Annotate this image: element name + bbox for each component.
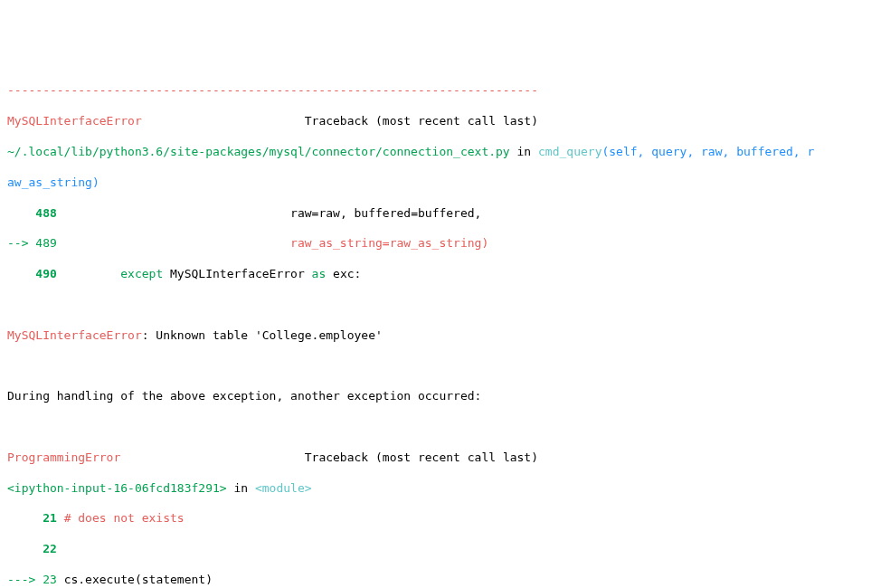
frame-func: <module> — [255, 481, 312, 495]
code-text: ) — [481, 236, 488, 250]
frame-sig: (self, query, raw, buffered, r — [601, 145, 814, 158]
lineno: 490 — [7, 267, 64, 280]
code-text: : — [355, 267, 362, 280]
lineno: 22 — [7, 542, 64, 555]
during-handling-text: During handling of the above exception, … — [7, 389, 481, 403]
error-class-name: ProgrammingError — [7, 450, 120, 464]
lineno: 489 — [35, 236, 63, 250]
code-text — [326, 267, 333, 280]
separator-line: ----------------------------------------… — [7, 83, 538, 97]
code-text — [305, 267, 312, 280]
code-pad — [64, 236, 290, 250]
code-text: , — [340, 206, 355, 220]
code-text: raw_as_string — [390, 236, 482, 250]
code-text: raw — [290, 206, 311, 220]
code-text: ( — [135, 573, 142, 586]
lineno: 21 — [7, 511, 64, 525]
code-text: = — [383, 236, 390, 250]
comment: # does not exists — [64, 511, 185, 525]
code-text: raw — [318, 206, 339, 220]
code-text: MySQLInterfaceError — [170, 267, 305, 280]
code-text: , — [475, 206, 482, 220]
frame-path: ~/.local/lib/python3.6/site-packages/mys… — [7, 145, 510, 158]
error-class-name: MySQLInterfaceError — [7, 114, 142, 128]
traceback-label: Traceback (most recent call last) — [305, 450, 538, 464]
frame-func: cmd_query — [538, 145, 601, 158]
code-text: statement — [142, 573, 205, 586]
code-text: raw_as_string — [290, 236, 383, 250]
keyword: except — [120, 267, 163, 280]
code-text — [163, 267, 170, 280]
keyword: as — [312, 267, 327, 280]
code-pad — [64, 206, 290, 220]
code-text: buffered — [418, 206, 475, 220]
traceback-output: ----------------------------------------… — [7, 69, 883, 588]
code-text: execute — [85, 573, 135, 586]
arrow: --> — [7, 236, 35, 250]
traceback-label: Traceback (most recent call last) — [305, 114, 538, 128]
code-text: cs — [64, 573, 79, 586]
code-text: buffered — [355, 206, 412, 220]
lineno: 488 — [7, 206, 64, 220]
code-text: ) — [205, 573, 213, 586]
code-text: exc — [333, 267, 354, 280]
error-message-text: : Unknown table 'College.employee' — [142, 328, 383, 342]
code-text: . — [78, 573, 85, 586]
frame-sig-wrap: aw_as_string) — [7, 175, 99, 189]
in-keyword: in — [510, 145, 538, 158]
error-message-name: MySQLInterfaceError — [7, 328, 142, 342]
frame-path: <ipython-input-16-06fcd183f291> — [7, 481, 227, 495]
code-text: = — [411, 206, 418, 220]
arrow: ---> — [7, 573, 43, 586]
lineno: 23 — [43, 573, 63, 586]
in-keyword: in — [227, 481, 255, 495]
code-pad — [64, 267, 121, 280]
